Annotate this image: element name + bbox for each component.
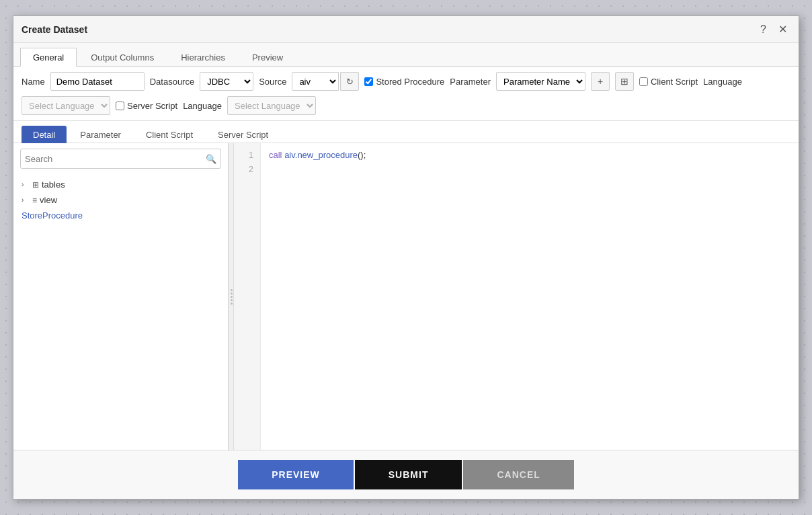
tree-area: › ⊞ tables › ≡ view StoreProcedure [13,174,228,450]
stored-procedure-group: Stored Procedure [364,77,444,87]
create-dataset-dialog: Create Dataset ? ✕ General Output Column… [13,15,799,500]
search-box[interactable]: 🔍 [20,149,221,169]
parameter-label: Parameter [450,77,491,87]
tree-item-storeprocedure[interactable]: StoreProcedure [19,208,222,223]
server-language-select[interactable]: Select Language [227,96,316,115]
client-script-label: Client Script [651,77,698,87]
sub-tab-bar: Detail Parameter Client Script Server Sc… [13,121,799,143]
search-input[interactable] [25,154,206,164]
refresh-icon: ↻ [346,77,354,87]
dialog-title: Create Dataset [22,24,87,35]
server-language-label: Language [183,101,222,111]
submit-button[interactable]: SUBMIT [355,460,462,489]
client-language-select[interactable]: Select Language [22,96,110,115]
toolbar-row: Name Datasource JDBC Source aiv ↻ Stored… [13,67,799,121]
main-tab-bar: General Output Columns Hierarchies Previ… [13,43,799,67]
drag-dot-2 [231,292,233,294]
drag-dot-5 [231,303,233,305]
resize-handle[interactable] [229,143,234,450]
stack-icon: ≡ [32,196,37,205]
cancel-button[interactable]: CANCEL [463,460,573,489]
client-script-group: Client Script [639,77,698,87]
add-parameter-button[interactable]: + [591,72,610,91]
client-script-checkbox[interactable] [639,77,648,86]
stored-procedure-label: Stored Procedure [376,77,444,87]
parameter-select[interactable]: Parameter Name [496,72,585,91]
tab-output-columns[interactable]: Output Columns [78,48,167,67]
sub-tab-client-script[interactable]: Client Script [134,126,204,143]
line-num-2: 2 [241,163,253,177]
drag-dot-4 [231,299,233,301]
plus-icon: + [598,76,603,87]
refresh-button[interactable]: ↻ [340,72,359,91]
tab-preview[interactable]: Preview [239,48,296,67]
datasource-label: Datasource [150,77,194,87]
left-panel: 🔍 › ⊞ tables › ≡ view StoreProcedure [13,143,229,450]
code-keyword-call: call [269,150,284,160]
name-label: Name [22,77,45,87]
line-numbers: 1 2 [234,143,261,450]
datasource-select[interactable]: JDBC [200,72,253,91]
titlebar-icons: ? ✕ [757,22,790,37]
tab-general[interactable]: General [20,48,77,67]
footer: PREVIEW SUBMIT CANCEL [13,450,799,499]
code-parens: (); [358,150,366,160]
sub-tab-detail[interactable]: Detail [22,126,67,143]
client-language-label: Language [703,77,742,87]
line-num-1: 1 [241,149,253,163]
server-script-checkbox[interactable] [116,102,124,110]
help-button[interactable]: ? [757,22,770,37]
tree-item-view[interactable]: › ≡ view [19,192,222,208]
source-label: Source [259,77,286,87]
server-script-label: Server Script [127,101,177,111]
sub-tab-server-script[interactable]: Server Script [206,126,280,143]
code-function: aiv.new_procedure [284,150,358,160]
tree-item-storeprocedure-label: StoreProcedure [22,210,83,221]
chevron-right-icon: › [22,181,30,188]
tree-item-tables[interactable]: › ⊞ tables [19,177,222,192]
tab-hierarchies[interactable]: Hierarchies [168,48,238,67]
settings-button[interactable]: ⊞ [615,72,634,91]
dialog-titlebar: Create Dataset ? ✕ [13,16,799,43]
chevron-right-icon-2: › [22,196,30,204]
name-input[interactable] [50,72,145,91]
dialog-body: General Output Columns Hierarchies Previ… [13,43,799,450]
source-select[interactable]: aiv [292,72,339,91]
tree-item-view-label: view [40,195,57,205]
tree-item-tables-label: tables [42,180,65,190]
search-icon: 🔍 [206,154,216,164]
table-icon: ⊞ [32,180,39,190]
drag-dot-1 [231,289,233,291]
drag-dot-3 [231,296,233,298]
source-select-wrapper: aiv ↻ [292,72,359,91]
settings-icon: ⊞ [620,76,628,87]
code-editor-panel: 1 2 call aiv.new_procedure(); [234,143,799,450]
close-button[interactable]: ✕ [775,22,790,37]
server-script-group: Server Script [116,101,177,111]
preview-button[interactable]: PREVIEW [238,460,354,489]
stored-procedure-checkbox[interactable] [364,77,373,86]
content-area: 🔍 › ⊞ tables › ≡ view StoreProcedure [13,143,799,450]
code-area[interactable]: call aiv.new_procedure(); [261,143,799,450]
sub-tab-parameter[interactable]: Parameter [69,126,132,143]
